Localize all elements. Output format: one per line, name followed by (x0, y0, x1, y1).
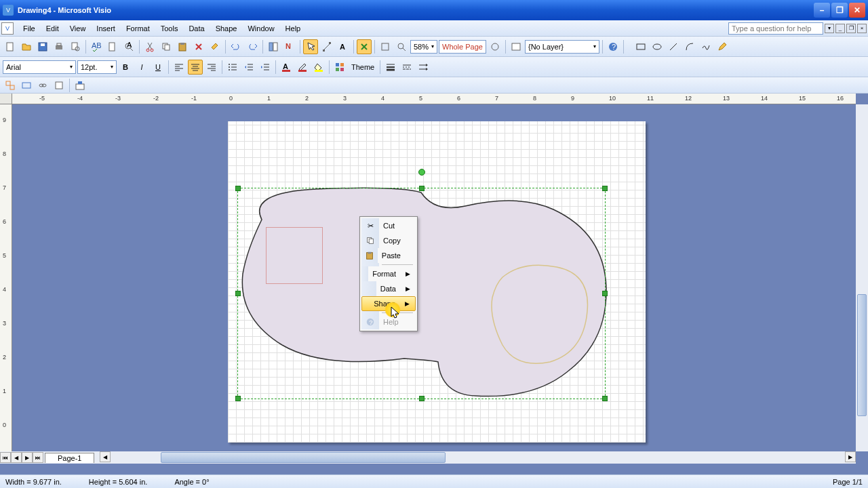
layer-combo[interactable]: {No Layer}▾ (525, 40, 599, 54)
minimize-button[interactable]: – (814, 3, 830, 18)
ctx-shape[interactable]: Shape ▶ (361, 296, 416, 311)
whole-page-combo[interactable]: Whole Page (439, 40, 486, 54)
new-button[interactable] (3, 39, 18, 54)
save-button[interactable] (35, 39, 50, 54)
zoom-button[interactable] (394, 39, 409, 54)
selection-handle-w[interactable] (235, 291, 241, 296)
selection-handle-sw[interactable] (235, 396, 241, 401)
page-tab[interactable]: Page-1 (45, 453, 94, 463)
drawing-page[interactable] (228, 121, 646, 443)
align-right-button[interactable] (204, 60, 219, 75)
group-button[interactable] (19, 78, 34, 93)
ctx-help[interactable]: ? Help (361, 314, 416, 329)
bullets-button[interactable] (225, 60, 240, 75)
close-button[interactable]: ✕ (849, 3, 865, 18)
cut-button[interactable] (142, 39, 157, 54)
underline-button[interactable]: U (151, 60, 165, 75)
increase-indent-button[interactable] (258, 60, 273, 75)
actual-size-button[interactable] (378, 39, 393, 54)
theme-button[interactable] (332, 60, 347, 75)
horizontal-scroll-thumb[interactable] (161, 452, 446, 463)
data-graphic-button[interactable] (52, 78, 66, 93)
ungroup-button[interactable] (3, 78, 18, 93)
rectangle-tool-button[interactable] (633, 39, 648, 54)
copy-button[interactable] (159, 39, 174, 54)
link-button[interactable] (35, 78, 50, 93)
print-button[interactable] (52, 39, 66, 54)
arc-tool-button[interactable] (682, 39, 697, 54)
last-page-button[interactable]: ⏭ (33, 452, 43, 463)
scroll-left-button[interactable]: ◀ (100, 451, 111, 462)
menu-view[interactable]: View (64, 22, 92, 35)
find-button[interactable]: A (121, 39, 136, 54)
bold-button[interactable]: B (118, 60, 133, 75)
research-button[interactable] (105, 39, 120, 54)
font-combo[interactable]: Arial▾ (3, 60, 76, 74)
selection-handle-nw[interactable] (235, 186, 241, 191)
selection-handle-ne[interactable] (602, 186, 608, 191)
doc-restore[interactable]: ❐ (846, 24, 856, 33)
font-color-button[interactable]: A (279, 60, 294, 75)
line-weight-button[interactable] (383, 60, 398, 75)
theme-label[interactable]: Theme (349, 63, 377, 71)
zoom-fit-icon[interactable] (488, 39, 502, 54)
system-menu-icon[interactable]: V (1, 22, 14, 35)
line-ends-button[interactable] (416, 60, 431, 75)
ctx-cut[interactable]: ✂ Cut (361, 218, 416, 233)
spelling-button[interactable]: ABC (89, 39, 104, 54)
menu-data[interactable]: Data (183, 22, 210, 35)
redo-button[interactable] (245, 39, 260, 54)
ctx-copy[interactable]: Copy (361, 233, 416, 248)
horizontal-scrollbar[interactable]: ◀ ▶ (100, 451, 856, 464)
vertical-scrollbar[interactable] (856, 104, 868, 451)
selection-handle-e[interactable] (602, 291, 608, 296)
link-data-button[interactable]: N (282, 39, 297, 54)
fill-color-button[interactable] (311, 60, 326, 75)
shapes-window-button[interactable] (266, 39, 281, 54)
rotation-handle[interactable] (418, 169, 425, 176)
menu-shape[interactable]: Shape (210, 22, 243, 35)
ellipse-tool-button[interactable] (650, 39, 665, 54)
connection-point-button[interactable] (357, 39, 372, 54)
italic-button[interactable]: I (134, 60, 149, 75)
delete-button[interactable] (191, 39, 206, 54)
doc-minimize[interactable]: _ (835, 24, 845, 33)
pointer-tool-button[interactable] (303, 39, 318, 54)
open-button[interactable] (19, 39, 34, 54)
undo-button[interactable] (229, 39, 243, 54)
menu-window[interactable]: Window (242, 22, 279, 35)
print-preview-button[interactable] (68, 39, 83, 54)
decrease-indent-button[interactable] (241, 60, 256, 75)
format-painter-button[interactable] (208, 39, 222, 54)
next-page-button[interactable]: ▶ (22, 452, 33, 463)
menu-help[interactable]: Help (280, 22, 307, 35)
help-search-input[interactable] (728, 22, 823, 35)
menu-insert[interactable]: Insert (91, 22, 121, 35)
pencil-tool-button[interactable] (715, 39, 730, 54)
help-dropdown[interactable]: ▾ (825, 24, 834, 33)
canvas[interactable]: ✂ Cut Copy Paste Format ▶ Data ▶ (12, 104, 856, 451)
help-button[interactable]: ? (606, 39, 620, 54)
line-pattern-button[interactable] (399, 60, 414, 75)
line-color-button[interactable] (295, 60, 310, 75)
selection-handle-n[interactable] (419, 186, 425, 191)
doc-close[interactable]: × (857, 24, 867, 33)
menu-tools[interactable]: Tools (155, 22, 184, 35)
ctx-data[interactable]: Data ▶ (361, 281, 416, 296)
prev-page-button[interactable]: ◀ (11, 452, 22, 463)
menu-edit[interactable]: Edit (41, 22, 64, 35)
vertical-scroll-thumb[interactable] (857, 294, 867, 416)
line-tool-button[interactable] (666, 39, 681, 54)
drawing-explorer-button[interactable] (509, 39, 524, 54)
maximize-button[interactable]: ❐ (831, 3, 848, 18)
align-center-button[interactable] (188, 60, 203, 75)
ctx-paste[interactable]: Paste (361, 248, 416, 263)
selection-handle-se[interactable] (602, 396, 608, 401)
first-page-button[interactable]: ⏮ (0, 452, 11, 463)
ctx-format[interactable]: Format ▶ (361, 266, 416, 281)
menu-format[interactable]: Format (121, 22, 155, 35)
refresh-data-button[interactable] (73, 78, 87, 93)
freeform-tool-button[interactable] (698, 39, 713, 54)
scroll-right-button[interactable]: ▶ (845, 451, 856, 462)
menu-file[interactable]: File (18, 22, 41, 35)
